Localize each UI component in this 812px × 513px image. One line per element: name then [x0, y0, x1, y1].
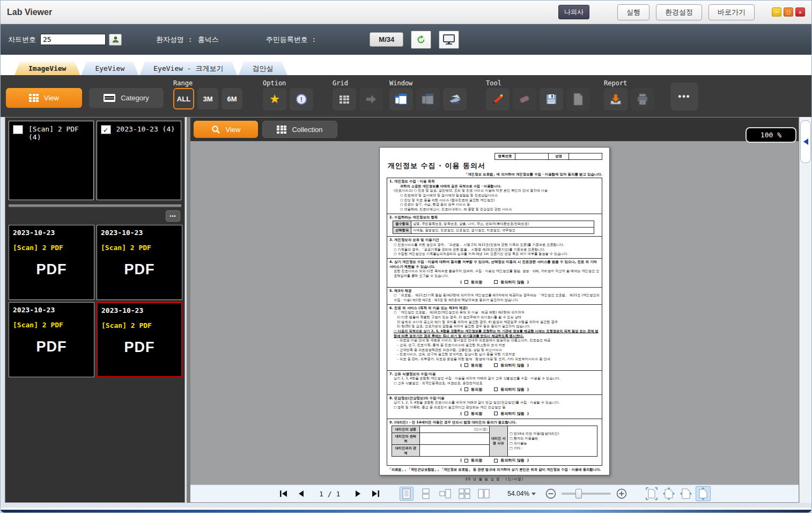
grid-view-icon [29, 94, 39, 102]
new-document-button[interactable] [566, 88, 590, 111]
last-page-button[interactable] [369, 487, 382, 500]
fit-height-button[interactable] [696, 486, 711, 501]
thumbnail-item[interactable]: 2023-10-23 [Scan] 2 PDF PDF [9, 225, 94, 300]
document-page: 병록번호성명개인정보 수집 · 이용 동의서「개인정보 보호법」에 의거하여 개… [379, 147, 610, 475]
chevron-down-icon [532, 493, 536, 495]
zoom-percent-dropdown[interactable]: 54.04% [507, 490, 536, 497]
thumbnail-tag: [Scan] 2 PDF [101, 321, 178, 329]
zoom-slider-thumb[interactable] [575, 489, 582, 499]
thumbnail-item-selected[interactable]: 2023-10-23 [Scan] 2 PDF PDF [97, 302, 182, 377]
monitor-button[interactable] [439, 31, 459, 49]
ribbon-more-button[interactable]: ••• [670, 83, 698, 111]
tool-group: Tool [486, 78, 590, 111]
zoom-slider[interactable] [562, 493, 611, 495]
save-tool-button[interactable] [540, 88, 563, 111]
zoom-in-icon [616, 488, 627, 499]
category-mode-button[interactable]: Category [89, 88, 164, 108]
sex-age-button[interactable]: M/34 [370, 32, 403, 47]
alert-option-button[interactable]: ! [290, 88, 313, 111]
panel-collapse-handle[interactable] [800, 120, 811, 163]
viewer-view-button[interactable]: View [194, 121, 258, 138]
layout-continuous-button[interactable] [419, 487, 433, 501]
window-tile-icon [422, 93, 434, 105]
patient-search-button[interactable] [109, 34, 122, 46]
doc-consent-row: (동의함 동의하지 않음) [389, 363, 600, 368]
layout-facing-continuous-button[interactable] [457, 487, 471, 501]
fit-page-button[interactable] [644, 486, 659, 501]
minimize-button[interactable]: – [772, 8, 781, 17]
grid-next-button[interactable] [359, 88, 383, 111]
ribbon-toolbar: View Category Range ALL 3M 6M Option ★ ! [1, 75, 811, 117]
fit-width-icon [680, 487, 692, 500]
tab-eyeview[interactable]: EyeView [81, 62, 138, 75]
settings-button[interactable]: 환경설정 [656, 4, 702, 20]
panel-splitter[interactable] [187, 117, 190, 503]
report-import-button[interactable] [604, 88, 628, 111]
view-mode-button[interactable]: View [6, 88, 82, 108]
layout-single-page-button[interactable] [400, 487, 414, 501]
doc-title: 개인정보 수집 · 이용 동의서 [388, 161, 602, 171]
doc-line: ○ 「개인정보 보호법」 제18조(개인정보의 목적 외 이용 · 제공 제한)… [394, 310, 600, 315]
arrow-right-icon [365, 94, 377, 104]
range-all-button[interactable]: ALL [173, 88, 194, 109]
range-6m-button[interactable]: 6M [222, 88, 242, 109]
doc-section: 3. 개인정보의 보유 및 이용기간○ 진료서비스를 위한 정보의 경우, 「의… [387, 236, 602, 259]
favorite-button[interactable]: ★ [263, 88, 286, 111]
fit-width-button[interactable] [678, 486, 693, 501]
report-print-button[interactable] [631, 88, 654, 111]
pen-tool-button[interactable] [486, 88, 510, 111]
refresh-button[interactable] [411, 31, 431, 49]
range-group: Range ALL 3M 6M [173, 78, 242, 109]
zoom-in-button[interactable] [615, 487, 628, 500]
category-icon [104, 94, 115, 102]
grid-layout-button[interactable] [333, 88, 356, 111]
layout-book-button[interactable] [477, 487, 491, 501]
window-tile-button[interactable] [416, 88, 440, 111]
group-tile-scan[interactable]: [Scan] 2 PDF (4) [9, 121, 94, 200]
window-group-label: Window [389, 78, 467, 88]
viewer-collection-label: Collection [292, 126, 322, 134]
doc-header-fields: 병록번호성명 [387, 153, 602, 160]
patient-bar: 차트번호 환자성명 : 홍넉스 주민등록번호 : M/34 [1, 24, 811, 55]
range-group-label: Range [173, 78, 242, 88]
group-label: [Scan] 2 PDF (4) [28, 125, 90, 141]
next-page-button[interactable] [352, 487, 365, 500]
fit-visible-button[interactable] [661, 486, 676, 501]
option-group-label: Option [263, 78, 313, 88]
thumbnail-filetype: PDF [13, 261, 90, 278]
doc-line: – 진료서비스, 교육, 연구에 필요한 분석자료, 임상시험 심사 등을 위한… [397, 352, 600, 357]
thumbnail-date: 2023-10-23 [101, 306, 178, 314]
thumbnail-item[interactable]: 2023-10-23 [Scan] 2 PDF PDF [9, 302, 94, 377]
group-checkbox-unchecked[interactable] [13, 125, 23, 134]
document-icon [573, 93, 584, 106]
tab-optometry[interactable]: 검안실 [239, 62, 287, 75]
maximize-button[interactable]: □ [784, 8, 793, 17]
my-office-button[interactable]: 나의사 [558, 5, 589, 19]
fit-height-icon [697, 487, 709, 500]
thumbnail-item[interactable]: 2023-10-23 [Scan] 2 PDF PDF [97, 225, 182, 300]
tab-imageview[interactable]: ImageView [14, 62, 80, 75]
window-bottom-accent [1, 510, 811, 512]
run-button[interactable]: 실행 [617, 4, 649, 20]
prev-page-button[interactable] [294, 487, 307, 500]
eraser-tool-button[interactable] [513, 88, 536, 111]
viewer-bottombar: 1 / 1 [190, 485, 799, 502]
panel-more-button[interactable]: ••• [166, 210, 180, 222]
first-page-button[interactable] [277, 487, 290, 500]
chart-number-input[interactable] [40, 34, 106, 45]
viewer-collection-button[interactable]: Collection [262, 121, 337, 138]
close-button[interactable]: ✕ [795, 8, 805, 17]
range-3m-button[interactable]: 3M [197, 88, 218, 109]
viewer-canvas[interactable]: 병록번호성명개인정보 수집 · 이용 동의서「개인정보 보호법」에 의거하여 개… [190, 141, 799, 485]
thumbnail-tag: [Scan] 2 PDF [13, 244, 90, 252]
layout-facing-button[interactable] [438, 487, 452, 501]
window-cascade-button[interactable] [389, 88, 413, 111]
group-tile-date[interactable]: ✓ 2023-10-23 (4) [97, 121, 182, 200]
doc-line: ○ 진료비 청구, 수납, 환급 등의 원무 서비스 등 [400, 202, 600, 207]
doc-consent-row: (동의함 동의하지 않음) [389, 411, 600, 416]
tab-eyeview-large[interactable]: EyeView - 크게보기 [139, 62, 237, 75]
shortcut-button[interactable]: 바로가기 [708, 4, 755, 20]
scanner-button[interactable] [443, 88, 467, 111]
group-checkbox-checked[interactable]: ✓ [101, 125, 111, 134]
zoom-out-button[interactable] [544, 487, 557, 500]
